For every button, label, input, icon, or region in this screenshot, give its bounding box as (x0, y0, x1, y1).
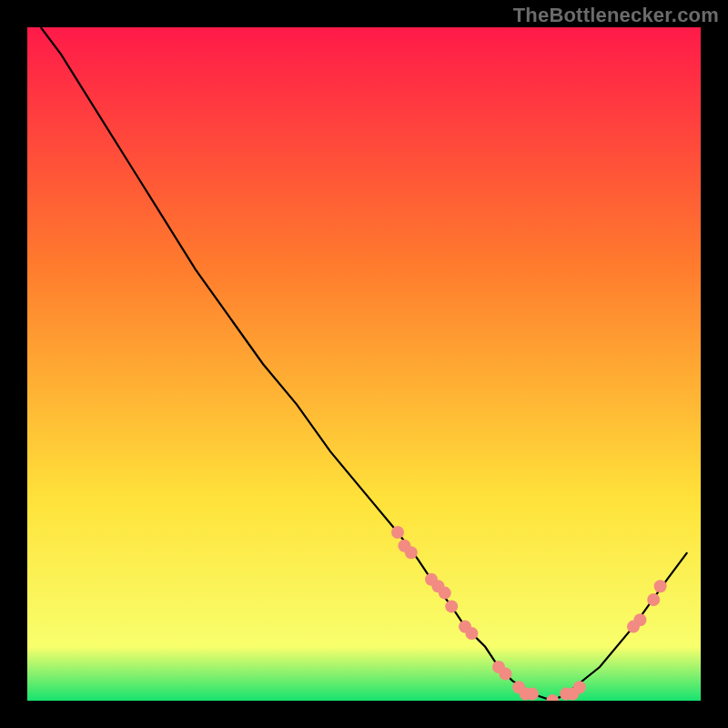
data-marker (391, 526, 404, 539)
data-marker (465, 627, 478, 640)
data-marker (647, 593, 660, 606)
chart-frame: TheBottlenecker.com (0, 0, 728, 728)
data-marker (573, 681, 586, 693)
data-marker (633, 613, 646, 626)
data-marker (405, 546, 418, 559)
data-marker (654, 580, 667, 592)
data-marker (526, 688, 539, 701)
gradient-bg (27, 27, 701, 701)
data-marker (445, 600, 458, 612)
data-marker (499, 667, 511, 680)
data-marker (439, 587, 451, 600)
bottleneck-chart (27, 27, 701, 701)
plot-area (27, 27, 701, 701)
watermark: TheBottlenecker.com (513, 4, 719, 27)
